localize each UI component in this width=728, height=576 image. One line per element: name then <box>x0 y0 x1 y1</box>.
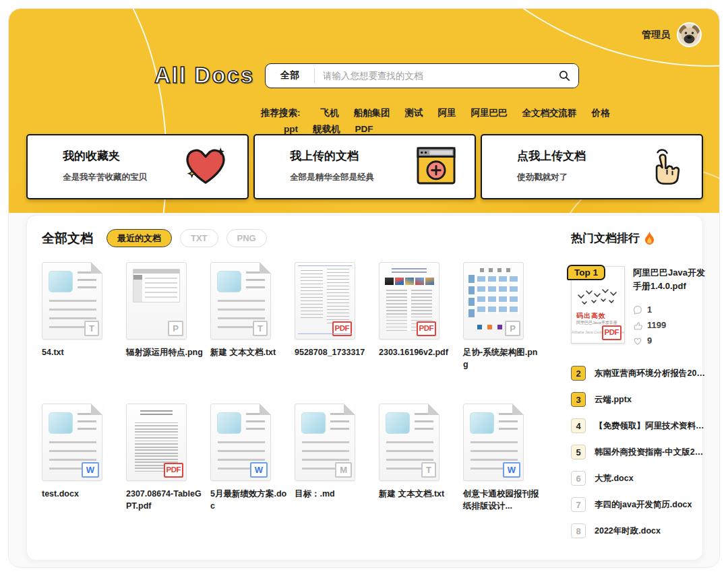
document-name: 新建 文本文档.txt <box>379 488 456 500</box>
recommend-tag[interactable]: ppt <box>284 123 298 135</box>
rank-badge: 3 <box>571 392 586 407</box>
document-name: 9528708_1733317 <box>295 346 371 358</box>
filetype-badge: T <box>421 462 436 478</box>
document-item[interactable]: PDF 2307.08674-TableGPT.pdf <box>126 404 210 545</box>
ranking-item[interactable]: 4 【免费领取】阿里技术资料解密... <box>571 418 708 433</box>
favorites-stat: 9 <box>633 335 707 346</box>
panel-header: 全部文档 最近的文档 TXT PNG 热门文档排行 <box>42 229 688 247</box>
document-name: 新建 文本文档.txt <box>210 346 287 358</box>
top1-stats: 1 1199 <box>633 305 707 346</box>
decor <box>477 276 519 314</box>
recommend-tag[interactable]: 全文档交流群 <box>522 107 577 119</box>
user-area: 管理员 <box>642 22 702 47</box>
decor <box>385 278 435 285</box>
document-item[interactable]: T 新建 文本文档.txt <box>210 262 295 404</box>
rank-badge: 2 <box>571 366 586 381</box>
top1-item[interactable]: Top 1 码出高效 阿里巴巴Java开发手册 Alibaba Java Cod… <box>571 266 708 346</box>
decor <box>78 413 96 434</box>
thumbs-up-icon <box>633 321 642 330</box>
ranking-title: 热门文档排行 <box>571 230 640 246</box>
document-name: 辐射源运用特点.png <box>126 346 203 358</box>
decor <box>246 413 265 434</box>
recommend-tag[interactable]: 船舶集团 <box>354 107 390 119</box>
decor <box>480 268 515 272</box>
ranking-item[interactable]: 8 2022年时政.docx <box>571 523 708 538</box>
decor <box>246 271 265 292</box>
document-name: 创意卡通校园报刊报纸排版设计... <box>463 488 540 512</box>
filter-txt[interactable]: TXT <box>180 229 218 247</box>
my-uploads-card[interactable]: 我上传的文档 全部是精华全部是经典 <box>253 134 476 199</box>
document-item[interactable]: P 辐射源运用特点.png <box>126 262 210 404</box>
decor <box>78 271 96 292</box>
document-name: test.docx <box>42 488 119 500</box>
document-thumbnail: W <box>42 404 102 481</box>
recommend-tag[interactable]: 测试 <box>405 107 423 119</box>
user-avatar[interactable] <box>677 22 702 47</box>
filetype-badge: PDF <box>332 321 353 337</box>
app-logo: All Docs <box>154 63 254 88</box>
search-icon <box>558 69 571 82</box>
document-thumbnail: PDF <box>379 262 439 340</box>
ranking-document-name: 韩国外商投资指南-中文版2020... <box>595 447 708 458</box>
recommend-tag[interactable]: 价格 <box>592 107 610 119</box>
filetype-badge: P <box>505 321 520 336</box>
rank-badge: 8 <box>571 523 586 538</box>
top1-badge: Top 1 <box>567 265 605 280</box>
ranking-item[interactable]: 6 大荒.docx <box>571 471 708 486</box>
document-item[interactable]: P 足协-系统架构图.png <box>463 262 547 404</box>
decor <box>145 278 177 299</box>
filetype-badge: PDF <box>417 321 437 337</box>
filter-png[interactable]: PNG <box>226 229 267 247</box>
recommend-tag[interactable]: 飞机 <box>321 107 339 119</box>
document-thumbnail: T <box>42 262 102 340</box>
document-item[interactable]: T 新建 文本文档.txt <box>379 404 463 545</box>
recommend-tag[interactable]: 舰载机 <box>313 123 340 135</box>
ranking-item[interactable]: 2 东南亚营商环境分析报告2019版.... <box>571 366 708 381</box>
filter-recent[interactable]: 最近的文档 <box>107 229 172 247</box>
comments-stat: 1 <box>633 305 707 315</box>
filetype-badge: W <box>250 462 268 478</box>
recommend-tag[interactable]: PDF <box>355 123 373 135</box>
filetype-badge: PDF <box>602 325 622 341</box>
app-frame: 管理员 All Docs 全部 <box>8 8 720 568</box>
filetype-badge: PDF <box>164 463 184 478</box>
cover-title: 码出高效 <box>576 311 606 321</box>
document-thumbnail: P <box>463 262 524 340</box>
feature-cards-row: 我的收藏夹 全是我辛苦收藏的宝贝 我上传的文档 全部是精华全部是经典 <box>26 134 703 199</box>
document-thumbnail: PDF <box>295 262 355 340</box>
document-item[interactable]: PDF 9528708_1733317 <box>295 262 379 404</box>
document-item[interactable]: W 创意卡通校园报刊报纸排版设计... <box>463 404 547 545</box>
decor <box>301 270 323 319</box>
rank-badge: 7 <box>571 497 586 512</box>
rank-badge: 6 <box>571 471 586 486</box>
ranking-document-name: 李四的java开发简历.docx <box>595 499 692 511</box>
favorites-card[interactable]: 我的收藏夹 全是我辛苦收藏的宝贝 <box>26 134 249 199</box>
docs-filter-bar: 全部文档 最近的文档 TXT PNG <box>42 229 547 247</box>
recommend-row-1: 推荐搜索: 飞机 船舶集团 测试 阿里 阿里巴巴 全文档交流群 价格 <box>261 107 610 119</box>
search-input[interactable] <box>315 71 550 81</box>
comments-value: 1 <box>647 305 652 315</box>
ranking-item[interactable]: 3 云端.pptx <box>571 392 708 407</box>
dog-avatar-icon <box>678 24 700 46</box>
recommend-tag[interactable]: 阿里 <box>438 107 456 119</box>
recommend-tag[interactable]: 阿里巴巴 <box>471 107 508 119</box>
ranking-item[interactable]: 5 韩国外商投资指南-中文版2020... <box>571 445 708 459</box>
document-name: 2307.08674-TableGPT.pdf <box>126 488 203 512</box>
document-thumbnail: T <box>210 262 271 340</box>
search-category-dropdown[interactable]: 全部 <box>266 69 314 82</box>
decor <box>415 413 433 434</box>
likes-value: 1199 <box>647 320 666 330</box>
document-item[interactable]: W 5月最新绩效方案.doc <box>210 404 295 545</box>
flame-icon <box>644 232 655 245</box>
search-row: All Docs 全部 <box>154 63 579 88</box>
ranking-item[interactable]: 7 李四的java开发简历.docx <box>571 497 708 512</box>
document-name: 足协-系统架构图.png <box>463 346 540 371</box>
document-item[interactable]: T 54.txt <box>42 262 126 404</box>
document-item[interactable]: M 目标：.md <box>295 404 379 545</box>
top1-document-name: 阿里巴巴Java开发手册1.4.0.pdf <box>633 266 707 292</box>
search-button[interactable] <box>550 64 578 88</box>
document-item[interactable]: PDF 2303.16196v2.pdf <box>379 262 463 404</box>
filetype-badge: T <box>84 321 99 336</box>
document-item[interactable]: W test.docx <box>42 404 126 545</box>
upload-card[interactable]: 点我上传文档 使劲戳就对了 <box>481 134 703 199</box>
